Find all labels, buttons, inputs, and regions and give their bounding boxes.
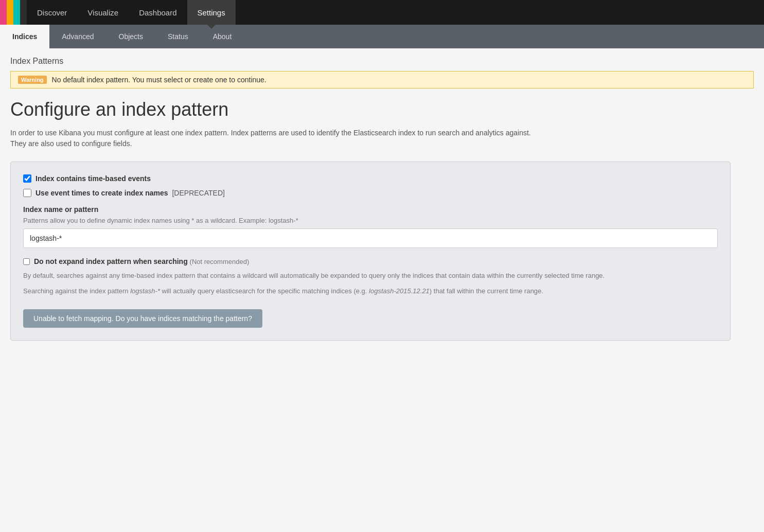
- subnav-indices[interactable]: Indices: [0, 25, 49, 48]
- time-based-row: Index contains time-based events: [23, 174, 718, 183]
- page-title: Index Patterns: [10, 57, 754, 66]
- configure-desc-1: In order to use Kibana you must configur…: [10, 128, 628, 149]
- nav-dashboard[interactable]: Dashboard: [129, 0, 187, 25]
- logo-bar-pink: [0, 0, 7, 25]
- not-expand-row: Do not expand index pattern when searchi…: [23, 257, 718, 265]
- field-label: Index name or pattern: [23, 205, 718, 214]
- main-content: Index Patterns Warning No default index …: [0, 48, 764, 349]
- index-pattern-input[interactable]: [23, 228, 718, 248]
- logo-bar-dark: [20, 0, 27, 25]
- expand-italic-2: logstash-2015.12.21: [369, 287, 430, 295]
- top-nav-items: Discover Visualize Dashboard Settings: [27, 0, 236, 25]
- event-times-label[interactable]: Use event times to create index names [D…: [35, 189, 225, 197]
- nav-settings[interactable]: Settings: [187, 0, 236, 25]
- fetch-mapping-button[interactable]: Unable to fetch mapping. Do you have ind…: [23, 309, 262, 328]
- warning-message: No default index pattern. You must selec…: [52, 76, 266, 84]
- subnav-advanced[interactable]: Advanced: [49, 25, 106, 48]
- expand-desc-2: Searching against the index pattern logs…: [23, 286, 718, 296]
- event-times-row: Use event times to create index names [D…: [23, 189, 718, 197]
- top-nav: Discover Visualize Dashboard Settings: [0, 0, 764, 25]
- not-recommended-text: (Not recommended): [190, 258, 250, 265]
- not-expand-label[interactable]: Do not expand index pattern when searchi…: [34, 257, 249, 265]
- warning-badge: Warning: [18, 76, 47, 84]
- nav-visualize[interactable]: Visualize: [77, 0, 129, 25]
- not-expand-checkbox[interactable]: [23, 258, 30, 265]
- time-based-checkbox[interactable]: [23, 174, 31, 183]
- expand-italic-1: logstash-*: [130, 287, 160, 295]
- logo: [0, 0, 27, 25]
- form-panel: Index contains time-based events Use eve…: [10, 162, 731, 341]
- logo-bar-yellow: [7, 0, 13, 25]
- configure-heading: Configure an index pattern: [10, 99, 754, 120]
- expand-desc-1: By default, searches against any time-ba…: [23, 271, 718, 281]
- subnav-objects[interactable]: Objects: [106, 25, 155, 48]
- deprecated-text: [DEPRECATED]: [172, 189, 224, 197]
- event-times-checkbox[interactable]: [23, 189, 31, 197]
- nav-discover[interactable]: Discover: [27, 0, 77, 25]
- logo-bar-teal: [13, 0, 20, 25]
- time-based-label[interactable]: Index contains time-based events: [35, 174, 151, 183]
- warning-bar: Warning No default index pattern. You mu…: [10, 71, 754, 88]
- sub-nav: Indices Advanced Objects Status About: [0, 25, 764, 48]
- field-hint: Patterns allow you to define dynamic ind…: [23, 217, 718, 224]
- subnav-status[interactable]: Status: [155, 25, 201, 48]
